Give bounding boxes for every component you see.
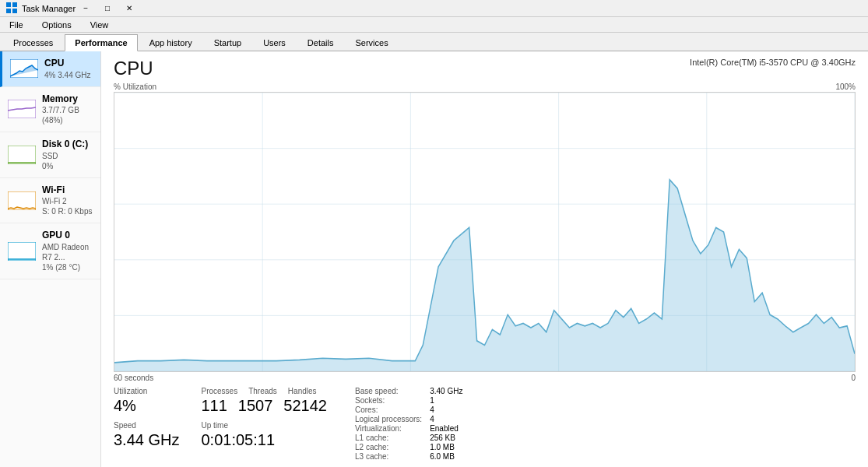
cores-val: 4 [430,406,462,414]
tab-users[interactable]: Users [253,34,296,51]
speed-label2: Speed [114,421,179,430]
gpu-name: GPU 0 [42,230,93,242]
gpu-mini-chart [8,241,36,262]
disk-usage: 0% [42,161,88,171]
wifi-sidebar-text: Wi-Fi Wi-Fi 2 S: 0 R: 0 Kbps [42,184,92,217]
l2-val2: 1.0 MB [430,443,462,451]
window-controls: − □ ✕ [76,2,139,16]
memory-mini-chart [8,98,36,120]
svg-rect-1 [12,2,17,7]
utilization-value2: 4% [114,397,179,415]
sidebar-item-wifi[interactable]: Wi-Fi Wi-Fi 2 S: 0 R: 0 Kbps [0,178,100,224]
menu-file[interactable]: File [3,19,30,31]
l1-key2: L1 cache: [355,434,422,442]
chart-header: CPU Intel(R) Core(TM) i5-3570 CPU @ 3.40… [114,58,856,79]
virt-val: Enabled [430,424,462,433]
bs-key: Base speed: [355,387,422,395]
svg-rect-2 [6,9,11,13]
tab-services[interactable]: Services [345,34,398,51]
gpu-model: AMD Radeon R7 2... [42,242,93,262]
svg-rect-6 [8,146,36,164]
l1-val2: 256 KB [430,434,462,442]
memory-name: Memory [42,93,93,106]
svg-rect-3 [12,9,17,13]
cores-key: Cores: [355,406,422,414]
h-label: Handles [288,387,317,395]
sidebar: CPU 4% 3.44 GHz Memory 3.7/7.7 GB (48%) [0,51,101,467]
tab-processes[interactable]: Processes [3,34,63,51]
uptime-value2: 0:01:05:11 [201,431,327,449]
performance-area: CPU Intel(R) Core(TM) i5-3570 CPU @ 3.40… [101,51,868,467]
wifi-network: Wi-Fi 2 [42,196,92,206]
memory-usage: 3.7/7.7 GB (48%) [42,105,93,125]
chart-subtitle: Intel(R) Core(TM) i5-3570 CPU @ 3.40GHz [690,58,856,67]
cpu-chart [114,92,856,372]
stats-util-speed: Utilization 4% Speed 3.44 GHz [114,387,179,449]
lp-key: Logical processors: [355,415,422,423]
l2-key2: L2 cache: [355,443,422,451]
sidebar-item-disk[interactable]: Disk 0 (C:) SSD 0% [0,132,100,178]
disk-sidebar-text: Disk 0 (C:) SSD 0% [42,139,88,171]
time-label-left: 60 seconds [114,374,153,382]
stats-proc: Processes Threads Handles 111 1507 52142… [201,387,327,449]
p-val: 111 [201,397,227,415]
wifi-mini-chart [8,190,36,212]
l3-val2: 6.0 MB [430,452,462,461]
minimize-button[interactable]: − [76,2,96,16]
gpu-sidebar-text: GPU 0 AMD Radeon R7 2... 1% (28 °C) [42,230,93,272]
menu-options[interactable]: Options [36,19,78,31]
menu-bar: File Options View [0,17,868,33]
h-val: 52142 [283,397,327,415]
uptime-label2: Up time [201,421,327,430]
stats-main: Utilization 4% Speed 3.44 GHz Processes … [114,387,462,461]
svg-rect-7 [8,191,36,210]
app-icon [6,2,17,15]
menu-view[interactable]: View [84,19,115,31]
main-content: CPU 4% 3.44 GHz Memory 3.7/7.7 GB (48%) [0,51,868,467]
sock-val: 1 [430,396,462,405]
proc-values: 111 1507 52142 [201,397,327,415]
stats-row: Utilization 4% Speed 3.44 GHz Processes … [114,387,856,461]
gpu-usage: 1% (28 °C) [42,262,93,272]
close-button[interactable]: ✕ [119,2,139,16]
disk-mini-chart [8,144,36,166]
svg-marker-20 [114,180,855,371]
tab-startup[interactable]: Startup [204,34,251,51]
p-label: Processes [201,387,237,395]
sock-key: Sockets: [355,396,422,405]
y-axis-label: % Utilization [114,83,156,91]
title-bar: Task Manager − □ ✕ [0,0,868,17]
tab-apphistory[interactable]: App history [139,34,202,51]
time-label-right: 0 [851,374,856,382]
sidebar-item-cpu[interactable]: CPU 4% 3.44 GHz [0,51,100,87]
tab-performance[interactable]: Performance [65,34,137,51]
utilization-label2: Utilization [114,387,179,395]
cpu-info: Base speed: 3.40 GHz Sockets: 1 Cores: 4… [355,387,462,461]
l3-key2: L3 cache: [355,452,422,461]
cpu-sidebar-text: CPU 4% 3.44 GHz [44,58,90,80]
wifi-name: Wi-Fi [42,184,92,197]
svg-rect-0 [6,2,11,7]
speed-value2: 3.44 GHz [114,431,179,449]
sidebar-item-memory[interactable]: Memory 3.7/7.7 GB (48%) [0,87,100,133]
disk-type: SSD [42,151,88,161]
t-label: Threads [248,387,277,395]
svg-rect-8 [8,242,36,261]
chart-title: CPU [114,58,153,79]
cpu-usage: 4% 3.44 GHz [44,70,90,80]
sidebar-item-gpu[interactable]: GPU 0 AMD Radeon R7 2... 1% (28 °C) [0,223,100,279]
tab-bar: Processes Performance App history Startu… [0,33,868,51]
proc-labels: Processes Threads Handles [201,387,327,395]
y-max-label: 100% [835,83,856,91]
bs-val: 3.40 GHz [430,387,462,395]
tab-details[interactable]: Details [297,34,344,51]
maximize-button[interactable]: □ [97,2,118,16]
t-val: 1507 [238,397,273,415]
disk-name: Disk 0 (C:) [42,139,88,151]
memory-sidebar-text: Memory 3.7/7.7 GB (48%) [42,93,93,126]
cpu-mini-chart [10,58,38,79]
lp-val: 4 [430,415,462,423]
cpu-name: CPU [44,58,90,70]
virt-key: Virtualization: [355,424,422,433]
wifi-speed: S: 0 R: 0 Kbps [42,206,92,216]
